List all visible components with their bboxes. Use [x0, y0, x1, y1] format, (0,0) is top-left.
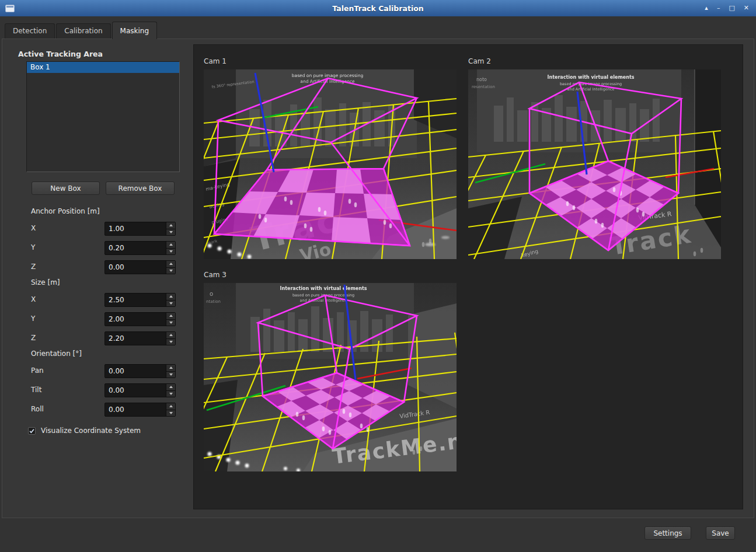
save-button[interactable]: Save [706, 526, 735, 540]
size-y-spinbox[interactable] [104, 312, 176, 326]
size-y-increment-button[interactable] [166, 313, 175, 320]
pan-increment-button[interactable] [166, 365, 175, 372]
application-window: TalenTrack Calibration ▴ – □ ✕ Detection… [0, 0, 756, 552]
anchor-y-label: Y [31, 243, 35, 251]
size-x-increment-button[interactable] [166, 294, 175, 301]
anchor-x-label: X [31, 224, 36, 232]
anchor-x-decrement-button[interactable] [166, 229, 175, 236]
anchor-x-input[interactable] [105, 222, 166, 235]
window-controls: ▴ – □ ✕ [705, 0, 756, 16]
roll-spinbox[interactable] [104, 403, 176, 417]
tab-calibration[interactable]: Calibration [56, 23, 110, 39]
anchor-x-spinbox[interactable] [104, 222, 176, 236]
up-arrow-icon [169, 295, 173, 298]
cam2-block: Cam 2 [468, 57, 721, 259]
cam2-image: Interaction with virtual elements based … [468, 69, 721, 259]
window-menu-icon[interactable] [5, 5, 15, 12]
cam3-overlay-text-0: Interaction with virtual elements [280, 286, 367, 291]
down-arrow-icon [169, 373, 173, 376]
roll-spin-buttons [166, 403, 175, 416]
size-z-increment-button[interactable] [166, 332, 175, 339]
size-y-row: Y [31, 312, 176, 326]
size-x-decrement-button[interactable] [166, 301, 175, 307]
anchor-y-increment-button[interactable] [166, 242, 175, 249]
anchor-y-input[interactable] [105, 242, 166, 254]
size-heading: Size [m] [31, 278, 60, 287]
size-y-decrement-button[interactable] [166, 320, 175, 326]
window-title: TalenTrack Calibration [0, 4, 756, 13]
down-arrow-icon [169, 393, 173, 395]
down-arrow-icon [169, 231, 173, 233]
orientation-roll-row: Roll [31, 403, 176, 417]
cam3-block: Cam 3 [204, 271, 457, 471]
size-x-input[interactable] [105, 294, 166, 306]
anchor-x-increment-button[interactable] [166, 222, 175, 229]
anchor-y-spinbox[interactable] [104, 241, 176, 255]
cam2-view[interactable]: Interaction with virtual elements based … [468, 69, 721, 259]
cam1-block: Cam 1 [204, 57, 457, 259]
size-z-spinbox[interactable] [104, 331, 176, 345]
up-arrow-icon [169, 315, 173, 317]
tilt-label: Tilt [31, 386, 41, 394]
visualize-coordinate-system-checkbox[interactable]: Visualize Coordinate System [28, 427, 141, 435]
anchor-z-input[interactable] [105, 261, 166, 274]
down-arrow-icon [169, 250, 173, 253]
cam3-image: Interaction with virtual elements based … [204, 283, 457, 471]
cam1-overlay-text-1: based on pure image processing [292, 73, 364, 78]
roll-decrement-button[interactable] [166, 410, 175, 417]
cam2-corner-text-2: resentation [472, 85, 495, 89]
minimize-button-icon[interactable]: – [717, 0, 720, 16]
shade-button-icon[interactable]: ▴ [705, 0, 708, 16]
tab-masking[interactable]: Masking [112, 22, 157, 39]
anchor-y-spin-buttons [166, 242, 175, 254]
anchor-z-label: Z [31, 263, 36, 271]
pan-spinbox[interactable] [104, 364, 176, 378]
cam1-label: Cam 1 [204, 57, 457, 66]
tilt-spinbox[interactable] [104, 383, 176, 397]
size-z-decrement-button[interactable] [166, 339, 175, 345]
size-x-label: X [31, 295, 36, 303]
up-arrow-icon [169, 243, 173, 246]
pan-label: Pan [31, 366, 44, 375]
roll-increment-button[interactable] [166, 403, 175, 410]
pan-input[interactable] [105, 365, 166, 378]
size-x-spinbox[interactable] [104, 293, 176, 307]
size-x-spin-buttons [166, 294, 175, 306]
maximize-button-icon[interactable]: □ [729, 0, 734, 16]
anchor-y-decrement-button[interactable] [166, 249, 175, 255]
roll-input[interactable] [105, 403, 166, 416]
cam2-overlay-text-2: and Artificial Intelligence [567, 87, 615, 92]
close-button-icon[interactable]: ✕ [744, 0, 749, 16]
remove-box-button[interactable]: Remove Box [106, 181, 175, 195]
titlebar[interactable]: TalenTrack Calibration ▴ – □ ✕ [0, 0, 756, 16]
up-arrow-icon [169, 334, 173, 336]
new-box-button[interactable]: New Box [32, 181, 100, 195]
cam1-image: based on pure image processing and Artif… [204, 69, 457, 259]
tilt-spin-buttons [166, 384, 175, 397]
pan-decrement-button[interactable] [166, 372, 175, 378]
tracking-area-list[interactable]: Box 1 [26, 61, 180, 172]
cam3-view[interactable]: Interaction with virtual elements based … [204, 283, 457, 471]
size-z-input[interactable] [105, 332, 166, 345]
roll-label: Roll [31, 405, 44, 413]
settings-button[interactable]: Settings [644, 526, 691, 540]
anchor-z-spinbox[interactable] [104, 260, 176, 274]
anchor-z-decrement-button[interactable] [166, 268, 175, 274]
tilt-increment-button[interactable] [166, 384, 175, 391]
size-y-label: Y [31, 315, 35, 323]
size-x-row: X [31, 293, 176, 307]
list-item-box1[interactable]: Box 1 [27, 62, 179, 73]
tilt-input[interactable] [105, 384, 166, 397]
active-tracking-area-heading: Active Tracking Area [18, 50, 103, 58]
size-y-input[interactable] [105, 313, 166, 326]
up-arrow-icon [169, 405, 173, 407]
camera-view-panel: Cam 1 [193, 44, 743, 509]
down-arrow-icon [169, 412, 173, 414]
tab-detection[interactable]: Detection [5, 23, 55, 39]
cam3-corner-text-2: ntation [206, 299, 221, 304]
tilt-decrement-button[interactable] [166, 391, 175, 397]
anchor-z-row: Z [31, 260, 176, 274]
anchor-z-increment-button[interactable] [166, 261, 175, 268]
down-arrow-icon [169, 322, 173, 324]
cam1-view[interactable]: based on pure image processing and Artif… [204, 69, 457, 259]
